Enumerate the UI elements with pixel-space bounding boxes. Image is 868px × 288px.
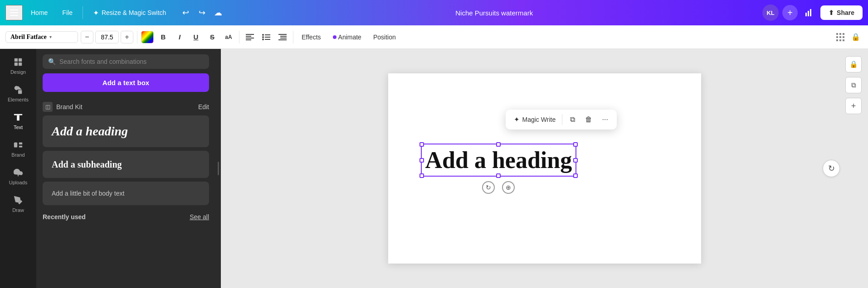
- add-collaborator-button[interactable]: +: [782, 5, 798, 20]
- sidebar-item-uploads[interactable]: Uploads: [2, 163, 34, 190]
- share-icon: ⬆: [829, 9, 834, 16]
- home-nav-button[interactable]: Home: [24, 6, 54, 19]
- sidebar-item-design[interactable]: Design: [2, 53, 34, 79]
- recently-used-header: Recently used See all: [43, 209, 209, 223]
- float-more-button[interactable]: ···: [598, 112, 612, 127]
- add-heading-item[interactable]: Add a heading: [43, 115, 209, 147]
- nav-right-group: KL + ⬆ Share: [762, 5, 863, 21]
- canvas-document: ✦ Magic Write ⧉ 🗑 ··· Add a heading: [388, 73, 701, 264]
- text-panel: 🔍 Add a text box ◫ Brand Kit Edit Add a …: [36, 49, 215, 288]
- selected-text-container[interactable]: Add a heading ↻ ⊕: [421, 144, 577, 177]
- handle-top-left[interactable]: [419, 142, 424, 147]
- handle-bottom-left[interactable]: [419, 173, 424, 178]
- handle-bottom-right[interactable]: [573, 173, 578, 178]
- canvas-lock-button[interactable]: 🔒: [845, 56, 862, 72]
- float-delete-button[interactable]: 🗑: [581, 112, 596, 127]
- search-icon: 🔍: [48, 58, 56, 65]
- see-all-link[interactable]: See all: [190, 213, 209, 221]
- handle-top-right[interactable]: [573, 142, 578, 147]
- increase-font-size-button[interactable]: +: [121, 31, 133, 43]
- share-button[interactable]: ⬆ Share: [820, 5, 863, 20]
- undo-button[interactable]: ↩: [178, 5, 193, 20]
- svg-rect-19: [843, 33, 844, 35]
- canvas-add-button[interactable]: +: [845, 98, 862, 114]
- undo-redo-group: ↩ ↪ ☁: [178, 5, 226, 20]
- case-button[interactable]: aA: [222, 31, 235, 43]
- toolbar-divider-2: [239, 31, 239, 43]
- italic-button[interactable]: I: [173, 31, 186, 43]
- cloud-icon: ☁: [214, 8, 222, 18]
- svg-rect-6: [246, 39, 251, 40]
- hamburger-menu-button[interactable]: [5, 5, 23, 20]
- svg-point-11: [262, 38, 264, 40]
- add-textbox-button[interactable]: Add a text box: [43, 73, 209, 92]
- elements-icon: [13, 85, 23, 95]
- svg-rect-12: [265, 39, 270, 40]
- magic-write-icon: ✦: [514, 115, 520, 124]
- cloud-save-button[interactable]: ☁: [210, 5, 226, 20]
- svg-rect-28: [15, 62, 18, 66]
- add-subheading-item[interactable]: Add a subheading: [43, 151, 209, 178]
- effects-button[interactable]: Effects: [297, 32, 326, 43]
- pattern-button[interactable]: [834, 30, 847, 44]
- edit-link[interactable]: Edit: [198, 103, 209, 110]
- position-button[interactable]: Position: [369, 32, 400, 43]
- bold-button[interactable]: B: [156, 31, 170, 43]
- lock-button[interactable]: 🔒: [849, 30, 863, 44]
- canvas-area: 🔒 ⧉ + ✦ Magic Write ⧉ 🗑 ···: [221, 49, 868, 288]
- sidebar-item-elements[interactable]: Elements: [2, 80, 34, 107]
- text-color-button[interactable]: [141, 31, 154, 43]
- float-toolbar-divider: [562, 114, 562, 125]
- svg-rect-2: [810, 9, 811, 16]
- svg-rect-15: [280, 38, 287, 38]
- toolbar-divider-3: [293, 31, 293, 43]
- canvas-duplicate-button[interactable]: ⧉: [845, 77, 862, 93]
- redo-button[interactable]: ↪: [194, 5, 210, 20]
- toolbar-end-buttons: 🔒: [834, 30, 863, 44]
- rotate-handle[interactable]: ↻: [482, 181, 495, 194]
- sidebar-item-text[interactable]: Text: [2, 108, 34, 134]
- font-size-input[interactable]: [95, 31, 119, 43]
- align-left-button[interactable]: [243, 31, 257, 43]
- svg-rect-22: [843, 36, 844, 38]
- search-box[interactable]: 🔍: [43, 54, 209, 69]
- draw-icon: [13, 195, 23, 205]
- recently-used-label: Recently used: [43, 213, 86, 221]
- avatar[interactable]: KL: [762, 5, 779, 21]
- text-formatting-toolbar: Abril Fatface ▾ − + B I U S aA Effects A…: [0, 25, 868, 49]
- svg-rect-13: [278, 34, 287, 35]
- canvas-heading-text[interactable]: Add a heading: [425, 147, 572, 173]
- animate-button[interactable]: Animate: [328, 32, 366, 43]
- svg-rect-23: [836, 39, 838, 41]
- handle-mid-right[interactable]: [573, 158, 578, 163]
- sidebar-item-draw[interactable]: Draw: [2, 191, 34, 217]
- magic-write-label: Magic Write: [522, 116, 556, 123]
- svg-rect-33: [14, 114, 22, 115]
- float-copy-button[interactable]: ⧉: [565, 112, 580, 127]
- strikethrough-button[interactable]: S: [205, 31, 219, 43]
- font-size-control: − +: [81, 31, 133, 43]
- sidebar-item-brand[interactable]: Brand: [2, 135, 34, 162]
- search-input[interactable]: [59, 58, 204, 65]
- canvas-refresh-button[interactable]: ↻: [823, 160, 840, 177]
- toolbar-divider-1: [137, 31, 137, 43]
- svg-rect-20: [836, 36, 838, 38]
- file-nav-button[interactable]: File: [56, 6, 79, 19]
- move-handle[interactable]: ⊕: [502, 181, 515, 194]
- handle-top-mid[interactable]: [496, 142, 501, 147]
- magic-write-button[interactable]: ✦ Magic Write: [510, 114, 560, 125]
- svg-rect-36: [19, 143, 22, 145]
- stats-button[interactable]: [801, 5, 817, 20]
- underline-button[interactable]: U: [189, 31, 203, 43]
- sidebar-item-label: Uploads: [9, 180, 27, 185]
- animate-label: Animate: [338, 34, 361, 41]
- font-family-selector[interactable]: Abril Fatface ▾: [5, 31, 78, 43]
- list-button[interactable]: [259, 31, 273, 43]
- add-body-text-item[interactable]: Add a little bit of body text: [43, 182, 209, 205]
- handle-mid-left[interactable]: [419, 158, 424, 163]
- handle-bottom-mid[interactable]: [496, 173, 501, 178]
- panel-resize-handle[interactable]: [215, 49, 221, 288]
- indent-button[interactable]: [276, 31, 289, 43]
- resize-magic-switch-button[interactable]: ✦ Resize & Magic Switch: [87, 6, 172, 20]
- decrease-font-size-button[interactable]: −: [81, 31, 93, 43]
